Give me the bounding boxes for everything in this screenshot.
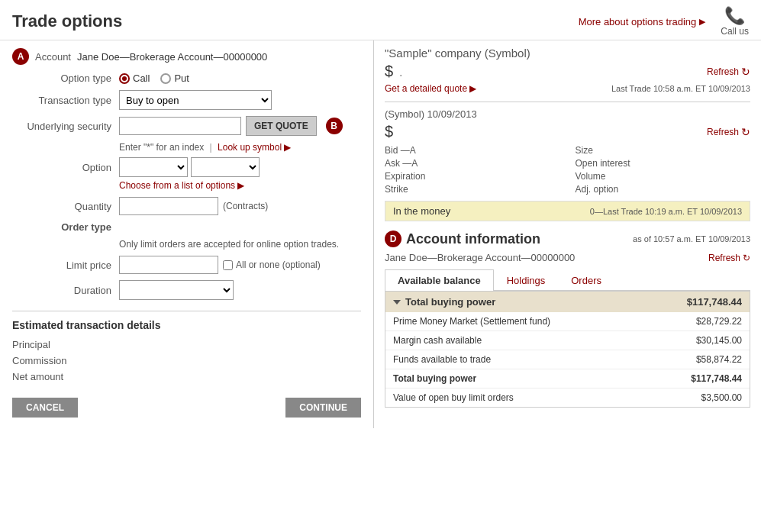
call-radio-label[interactable]: Call — [119, 73, 150, 84]
price-dollar-2: $ — [385, 123, 393, 140]
price-display-2: $ — [385, 123, 393, 140]
bid-value: —A — [401, 145, 416, 156]
more-about-label: More about options trading — [579, 16, 697, 27]
volume-label: Volume — [576, 171, 606, 182]
call-radio[interactable] — [119, 73, 130, 84]
balance-item-4: Value of open buy limit orders $3,500.00 — [385, 389, 750, 407]
price-sep-1: . — [399, 64, 403, 79]
total-buying-left: Total buying power — [393, 296, 495, 308]
underlying-group: GET QUOTE B — [119, 116, 343, 136]
account-refresh-button[interactable]: Refresh ↻ — [708, 252, 750, 263]
detailed-quote-row: Get a detailed quote ▶ Last Trade 10:58 … — [385, 83, 750, 94]
price-display-1: $ . — [385, 63, 406, 80]
net-amount-label: Net amount — [12, 371, 119, 382]
put-radio-label[interactable]: Put — [160, 73, 189, 84]
option-select-1[interactable] — [119, 157, 188, 177]
duration-label: Duration — [12, 285, 111, 296]
open-interest-item: Open interest — [576, 158, 751, 169]
balance-item-3: Total buying power $117,748.44 — [385, 369, 750, 389]
order-type-row: Order type — [12, 221, 361, 233]
in-the-money-label: In the money — [393, 205, 450, 217]
quantity-row: Quantity (Contracts) — [12, 197, 361, 215]
get-quote-button[interactable]: GET QUOTE — [246, 116, 317, 136]
size-label: Size — [576, 145, 593, 156]
option-type-label: Option type — [12, 73, 111, 84]
as-of-text: as of 10:57 a.m. ET 10/09/2013 — [633, 234, 750, 243]
call-us-button[interactable]: 📞 Call us — [721, 6, 749, 37]
all-or-none-checkbox[interactable] — [223, 260, 233, 270]
size-item: Size — [576, 145, 751, 156]
pipe-divider: | — [210, 142, 212, 153]
tab-available-balance[interactable]: Available balance — [385, 269, 494, 291]
transaction-type-select[interactable]: Buy to open Sell to close Sell to open B… — [119, 90, 272, 110]
duration-select[interactable] — [119, 280, 234, 300]
last-trade-1: Last Trade 10:58 a.m. ET 10/09/2013 — [611, 84, 750, 93]
limit-price-input[interactable] — [119, 256, 218, 274]
quantity-input[interactable] — [119, 197, 218, 215]
principal-row: Principal — [12, 339, 361, 350]
refresh-icon-1: ↻ — [741, 66, 750, 78]
quantity-label: Quantity — [12, 201, 111, 212]
commission-row: Commission — [12, 355, 361, 366]
expiration-label: Expiration — [385, 171, 425, 182]
balance-items-list: Prime Money Market (Settlement fund) $28… — [385, 312, 750, 407]
call-label: Call — [133, 73, 150, 84]
price-row-1: $ . Refresh ↻ — [385, 63, 750, 80]
put-label: Put — [174, 73, 189, 84]
symbol-date: (Symbol) 10/09/2013 — [385, 108, 750, 120]
more-about-link[interactable]: More about options trading ▶ — [579, 16, 706, 27]
bid-label: Bid — [385, 145, 398, 156]
choose-icon: ▶ — [237, 180, 244, 191]
balance-tabs: Available balance Holdings Orders — [385, 269, 750, 291]
d-badge: D — [385, 231, 401, 247]
continue-button[interactable]: CONTINUE — [285, 398, 361, 418]
estimated-section: Estimated transaction details Principal … — [12, 311, 361, 382]
b-badge: B — [326, 118, 343, 134]
external-link-icon: ▶ — [699, 17, 705, 27]
account-info-header: D Account information as of 10:57 a.m. E… — [385, 231, 750, 247]
divider-1 — [385, 102, 750, 102]
total-buying-row[interactable]: Total buying power $117,748.44 — [385, 292, 750, 312]
limit-price-label: Limit price — [12, 260, 111, 271]
price-row-2: $ Refresh ↻ — [385, 123, 750, 140]
tab-orders[interactable]: Orders — [558, 269, 614, 291]
quote-details: Bid —A Size Ask —A Open interest Expirat… — [385, 145, 750, 195]
put-radio[interactable] — [160, 73, 171, 84]
balance-item-0: Prime Money Market (Settlement fund) $28… — [385, 312, 750, 331]
lookup-icon: ▶ — [284, 142, 291, 153]
refresh-button-2[interactable]: Refresh ↻ — [707, 126, 750, 138]
ask-value: —A — [402, 158, 418, 169]
underlying-input[interactable] — [119, 117, 241, 135]
account-refresh-icon: ↻ — [743, 253, 750, 263]
detailed-quote-link[interactable]: Get a detailed quote ▶ — [385, 83, 476, 94]
choose-options-link[interactable]: Choose from a list of options ▶ — [119, 180, 361, 191]
a-badge: A — [12, 48, 29, 65]
tab-holdings[interactable]: Holdings — [494, 269, 559, 291]
total-buying-label: Total buying power — [405, 296, 495, 308]
principal-label: Principal — [12, 339, 119, 350]
page-title: Trade options — [12, 11, 122, 31]
header: Trade options More about options trading… — [0, 0, 761, 40]
open-interest-label: Open interest — [576, 158, 630, 169]
phone-icon: 📞 — [724, 6, 745, 26]
option-select-2[interactable] — [191, 157, 260, 177]
cancel-button[interactable]: CANCEL — [12, 398, 78, 418]
in-the-money-bar: In the money 0—Last Trade 10:19 a.m. ET … — [385, 201, 750, 221]
main-layout: A Account Jane Doe—Brokerage Account—000… — [0, 40, 761, 428]
refresh-button-1[interactable]: Refresh ↻ — [707, 66, 750, 78]
enter-index-text: Enter "*" for an index — [119, 142, 204, 153]
adj-option-item: Adj. option — [576, 184, 751, 195]
account-row: A Account Jane Doe—Brokerage Account—000… — [12, 48, 361, 65]
option-type-group: Call Put — [119, 73, 189, 84]
total-buying-value: $117,748.44 — [687, 296, 742, 308]
all-or-none-label[interactable]: All or none (optional) — [223, 260, 321, 270]
helper-text: Enter "*" for an index | Look up symbol … — [119, 142, 361, 153]
strike-label: Strike — [385, 184, 408, 195]
account-name: Jane Doe—Brokerage Account—00000000 — [77, 51, 267, 63]
underlying-security-row: Underlying security GET QUOTE B — [12, 116, 361, 136]
lookup-symbol-link[interactable]: Look up symbol ▶ — [218, 142, 291, 153]
account-label: Account — [35, 51, 71, 63]
option-type-row: Option type Call Put — [12, 73, 361, 84]
account-info-title-row: D Account information — [385, 231, 540, 247]
net-amount-row: Net amount — [12, 371, 361, 382]
